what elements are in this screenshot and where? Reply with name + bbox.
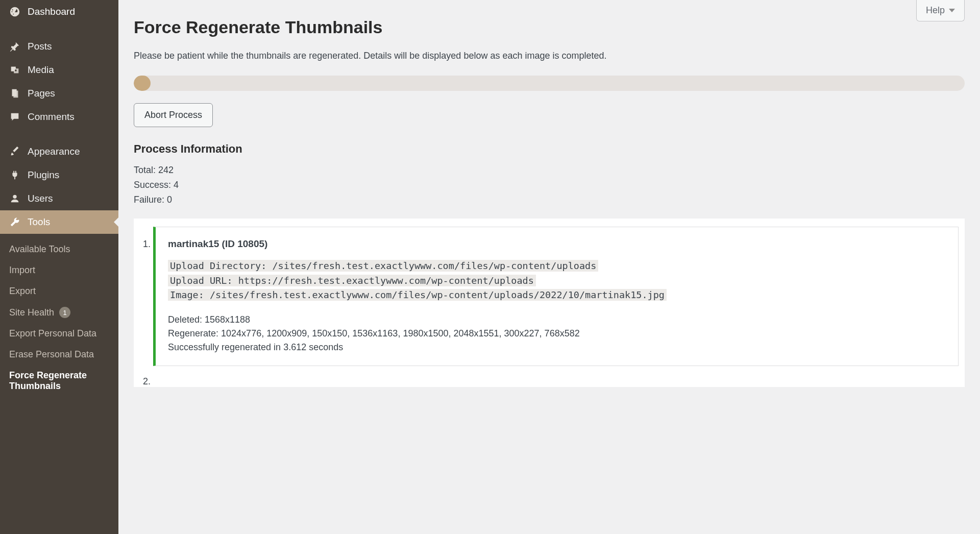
sidebar-item-label: Dashboard — [28, 6, 75, 17]
comments-icon — [9, 111, 20, 123]
abort-process-button[interactable]: Abort Process — [134, 103, 213, 127]
main-content: Help Force Regenerate Thumbnails Please … — [118, 0, 980, 534]
sidebar-item-label: Comments — [28, 111, 75, 123]
subitem-site-health[interactable]: Site Health 1 — [0, 302, 118, 323]
results-panel: martinak15 (ID 10805) Upload Directory: … — [134, 219, 965, 387]
result-title: martinak15 (ID 10805) — [168, 238, 946, 250]
subitem-erase-personal-data[interactable]: Erase Personal Data — [0, 344, 118, 365]
subitem-import[interactable]: Import — [0, 260, 118, 281]
svg-point-1 — [13, 195, 16, 199]
brush-icon — [9, 146, 20, 157]
sidebar-item-label: Media — [28, 64, 54, 76]
page-title: Force Regenerate Thumbnails — [134, 17, 965, 37]
chevron-down-icon — [949, 9, 955, 12]
progress-bar — [134, 76, 965, 91]
result-card: martinak15 (ID 10805) Upload Directory: … — [153, 227, 959, 366]
media-icon — [9, 64, 20, 76]
intro-text: Please be patient while the thumbnails a… — [134, 51, 965, 61]
results-list: martinak15 (ID 10805) Upload Directory: … — [134, 227, 965, 387]
sidebar-item-posts[interactable]: Posts — [0, 35, 118, 58]
sidebar-item-users[interactable]: Users — [0, 187, 118, 210]
result-item-1: martinak15 (ID 10805) Upload Directory: … — [153, 227, 965, 366]
sidebar-item-plugins[interactable]: Plugins — [0, 163, 118, 187]
sidebar-item-pages[interactable]: Pages — [0, 82, 118, 105]
stat-failure: Failure: 0 — [134, 195, 965, 205]
tools-submenu: Available Tools Import Export Site Healt… — [0, 234, 118, 404]
subitem-export-personal-data[interactable]: Export Personal Data — [0, 323, 118, 344]
admin-sidebar: Dashboard Posts Media Pages Comments App… — [0, 0, 118, 534]
help-label: Help — [926, 5, 945, 16]
upload-url-line: Upload URL: https://fresh.test.exactlyww… — [168, 275, 536, 286]
result-details: Deleted: 1568x1188 Regenerate: 1024x776,… — [168, 313, 946, 354]
dashboard-icon — [9, 6, 20, 17]
sidebar-item-label: Tools — [28, 216, 50, 228]
sidebar-item-comments[interactable]: Comments — [0, 105, 118, 129]
image-path-line: Image: /sites/fresh.test.exactlywww.com/… — [168, 289, 667, 301]
help-tab[interactable]: Help — [916, 0, 965, 21]
success-line: Successfully regenerated in 3.612 second… — [168, 341, 946, 354]
subitem-export[interactable]: Export — [0, 281, 118, 302]
subitem-available-tools[interactable]: Available Tools — [0, 239, 118, 260]
sidebar-item-dashboard[interactable]: Dashboard — [0, 0, 118, 23]
sidebar-item-label: Users — [28, 193, 53, 204]
sidebar-item-label: Plugins — [28, 169, 59, 181]
progress-fill — [134, 76, 151, 91]
user-icon — [9, 193, 20, 204]
sidebar-item-label: Posts — [28, 41, 52, 52]
process-info-heading: Process Information — [134, 142, 965, 156]
stat-success: Success: 4 — [134, 180, 965, 190]
result-paths: Upload Directory: /sites/fresh.test.exac… — [168, 259, 946, 303]
pages-icon — [9, 88, 20, 99]
pin-icon — [9, 41, 20, 52]
subitem-label: Site Health — [9, 307, 54, 318]
sidebar-item-tools[interactable]: Tools — [0, 210, 118, 234]
plug-icon — [9, 169, 20, 181]
deleted-line: Deleted: 1568x1188 — [168, 313, 946, 327]
stat-total: Total: 242 — [134, 165, 965, 176]
svg-point-0 — [15, 69, 17, 71]
subitem-force-regenerate-thumbnails[interactable]: Force Regenerate Thumbnails — [0, 365, 118, 397]
wrench-icon — [9, 216, 20, 228]
result-item-2 — [153, 376, 965, 387]
regenerate-line: Regenerate: 1024x776, 1200x909, 150x150,… — [168, 327, 946, 341]
site-health-badge: 1 — [59, 307, 70, 318]
sidebar-item-media[interactable]: Media — [0, 58, 118, 82]
sidebar-item-label: Appearance — [28, 146, 80, 157]
upload-directory-line: Upload Directory: /sites/fresh.test.exac… — [168, 260, 598, 272]
sidebar-item-appearance[interactable]: Appearance — [0, 140, 118, 163]
sidebar-item-label: Pages — [28, 88, 55, 99]
